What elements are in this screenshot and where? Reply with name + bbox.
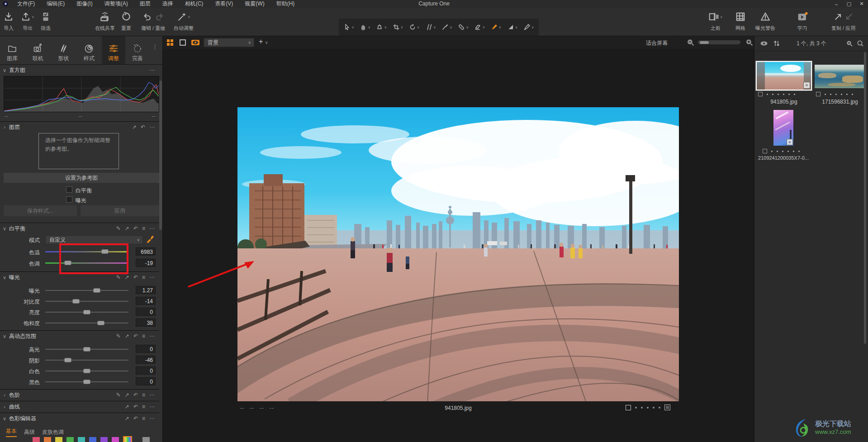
contrast-value[interactable]: -14 — [136, 297, 156, 305]
shadow-slider[interactable] — [45, 360, 128, 361]
reset-icon[interactable]: ↶ — [141, 124, 145, 130]
thumbnail-2109241200035X7[interactable]: ≡ — [773, 110, 793, 146]
apply-button[interactable]: 应用 — [81, 205, 159, 216]
proof-eye-icon[interactable] — [191, 39, 200, 46]
rotate-tool[interactable]: ∨ — [408, 20, 420, 34]
grid-button[interactable]: 网格 — [735, 10, 745, 32]
rating-dot[interactable] — [653, 407, 655, 409]
shadow-value[interactable]: -46 — [136, 356, 156, 364]
expand-icon[interactable]: ↗ — [125, 392, 129, 398]
more-icon[interactable]: ⋯ — [149, 416, 155, 421]
more-icon[interactable]: ⋯ — [149, 392, 155, 398]
menu-select[interactable]: 选择 — [157, 0, 179, 8]
draw-mask-tool[interactable]: ∨ — [490, 20, 502, 34]
multi-view-icon[interactable] — [166, 39, 174, 46]
pan-tool[interactable]: ∨ — [359, 20, 371, 34]
eyedropper-icon[interactable] — [146, 235, 155, 244]
presets-icon[interactable]: ≡ — [142, 226, 145, 231]
more-icon[interactable]: ⋯ — [149, 404, 155, 409]
undo-redo-button[interactable]: 撤销 / 重做 — [141, 10, 165, 32]
white-value[interactable]: 0 — [136, 366, 156, 375]
minimize-button[interactable]: – — [830, 0, 843, 8]
reset-icon[interactable]: ↶ — [133, 275, 138, 280]
highlight-slider[interactable] — [45, 349, 128, 350]
thumb1-rating[interactable] — [758, 92, 795, 96]
pick-icon[interactable]: ✎ — [116, 226, 121, 231]
color-swatch[interactable] — [123, 436, 132, 442]
wb-mode-select[interactable]: 自定义 ∨ — [45, 235, 143, 244]
hdr-header[interactable]: ∨ 高动态范围 ✎ ↗ ↶ ≡ ⋯ — [0, 330, 159, 342]
save-style-button[interactable]: 保存样式... — [4, 205, 77, 216]
background-select[interactable]: 背景 ∨ — [204, 38, 254, 47]
filter-button[interactable]: 筛选 — [41, 10, 51, 32]
color-swatch[interactable] — [55, 437, 62, 442]
maximize-button[interactable]: ▢ — [843, 0, 855, 8]
rating-dot[interactable] — [647, 407, 649, 409]
white-balance-checkbox[interactable] — [66, 186, 72, 193]
menu-image[interactable]: 图像(I) — [71, 0, 98, 8]
presets-icon[interactable]: ≡ — [142, 333, 145, 339]
single-view-icon[interactable] — [179, 39, 186, 46]
reset-icon[interactable]: ↶ — [133, 392, 138, 398]
more-icon[interactable]: ⋯ — [149, 124, 155, 130]
color-swatch[interactable] — [33, 437, 40, 442]
tint-value[interactable]: -19 — [136, 259, 156, 267]
copy-apply-button[interactable]: 复制 / 应用 — [831, 10, 855, 32]
white-balance-header[interactable]: ∨ 白平衡 ✎ ↗ ↶ ≡ ⋯ — [0, 223, 159, 234]
expand-icon[interactable]: ↗ — [125, 275, 129, 280]
thumbnail-171596831[interactable] — [815, 65, 866, 88]
expand-icon[interactable]: ↗ — [125, 404, 129, 409]
reset-icon[interactable]: ↶ — [133, 404, 138, 409]
color-swatch[interactable] — [100, 437, 108, 442]
thumb2-rating[interactable] — [816, 92, 853, 96]
color-swatch[interactable] — [66, 437, 74, 442]
exposure-warning-button[interactable]: 曝光警告 — [755, 10, 775, 32]
expand-icon[interactable]: ↗ — [125, 416, 129, 421]
menu-camera[interactable]: 相机(C) — [179, 0, 209, 8]
menu-help[interactable]: 帮助(H) — [270, 0, 301, 8]
more-icon[interactable]: ⋯ — [149, 67, 155, 73]
menu-file[interactable]: 文件(F) — [11, 0, 41, 8]
rating-dot[interactable] — [635, 407, 637, 409]
menu-adjustments[interactable]: 调整项(A) — [99, 0, 134, 8]
tab-styles[interactable]: 样式 — [77, 36, 101, 64]
add-view-button[interactable]: + — [259, 38, 263, 46]
tab-shapes[interactable]: 形状 — [52, 36, 75, 64]
more-icon[interactable]: ⋯ — [149, 226, 155, 231]
import-button[interactable]: 导入 — [4, 10, 14, 32]
redo-icon[interactable] — [155, 12, 164, 21]
rating-dot[interactable] — [659, 407, 660, 409]
select-tool[interactable]: ∨ — [343, 20, 355, 34]
tab-skin-tone[interactable]: 皮肤色调 — [42, 428, 64, 436]
exposure-checkbox[interactable] — [66, 196, 72, 203]
color-swatch[interactable] — [112, 437, 119, 442]
color-swatch[interactable] — [89, 437, 96, 442]
reference-dropzone[interactable]: 选择一个图像作为智能调整的参考图。 — [38, 133, 119, 169]
thumbnail-941805[interactable]: ≡ — [756, 61, 812, 90]
close-button[interactable]: ✕ — [855, 0, 868, 8]
menu-edit[interactable]: 编辑(E) — [41, 0, 71, 8]
presets-icon[interactable]: ≡ — [142, 275, 145, 280]
fill-mask-tool[interactable]: ∨ — [507, 20, 518, 34]
tab-basic[interactable]: 基本 — [6, 428, 17, 437]
presets-icon[interactable]: ≡ — [142, 392, 145, 398]
zoom-in-icon[interactable] — [745, 38, 753, 46]
saturation-slider[interactable] — [45, 323, 128, 323]
expand-icon[interactable]: ↗ — [125, 333, 129, 339]
main-image[interactable] — [237, 107, 679, 401]
presets-icon[interactable]: ≡ — [142, 404, 145, 409]
white-slider[interactable] — [45, 371, 128, 371]
tab-tether[interactable]: 联机 — [26, 36, 50, 64]
browser-scrollbar[interactable] — [864, 52, 866, 344]
erase-tool[interactable]: ∨ — [474, 20, 485, 34]
panel-scrollbar[interactable] — [159, 81, 162, 230]
black-slider[interactable] — [45, 381, 128, 382]
pick-icon[interactable]: ✎ — [116, 333, 121, 339]
reset-icon[interactable]: ↶ — [133, 333, 138, 339]
reset-icon[interactable]: ↶ — [133, 416, 138, 421]
contrast-slider[interactable] — [45, 301, 128, 302]
tab-refine[interactable]: 完善 — [126, 36, 149, 64]
highlight-value[interactable]: 0 — [136, 345, 156, 353]
more-icon[interactable]: ⋯ — [149, 275, 155, 280]
set-reference-button[interactable]: 设置为参考图 — [4, 173, 159, 183]
